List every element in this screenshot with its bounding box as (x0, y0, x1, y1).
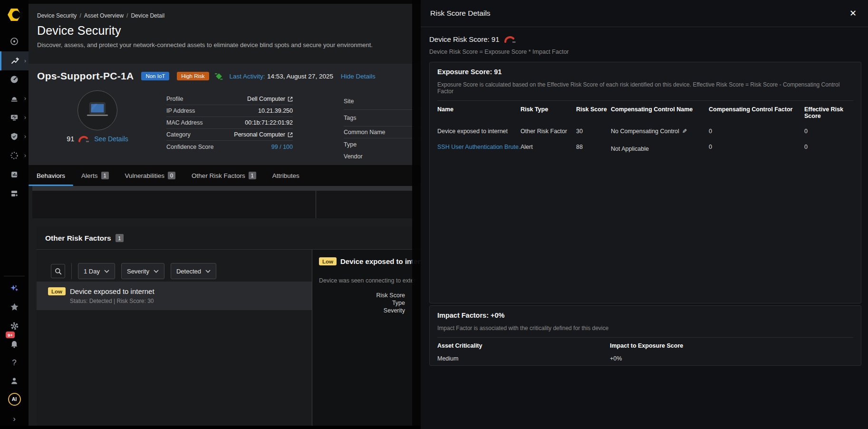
device-risk-score-row: 91 See Details (67, 135, 128, 143)
confidence-score-value[interactable]: 99 / 100 (271, 144, 293, 150)
exposure-score-description: Exposure Score is calculated based on th… (437, 81, 853, 95)
hide-details-link[interactable]: Hide Details (341, 73, 376, 80)
see-details-link[interactable]: See Details (94, 135, 128, 143)
sidebar-item-alerts[interactable]: › (0, 89, 29, 107)
risk-factors-title: Other Risk Factors (45, 234, 111, 243)
sidebar-item-radar[interactable] (0, 32, 29, 50)
chevron-right-icon: › (24, 115, 26, 120)
row-name-link[interactable]: SSH User Authentication Brute... (437, 139, 521, 156)
profile-value[interactable]: Dell Computer (247, 96, 285, 102)
sidebar-item-device-security[interactable]: › (0, 51, 29, 70)
sidebar-item-reports[interactable] (0, 166, 29, 184)
sidebar-item-ai-badge[interactable]: AI (0, 390, 29, 408)
search-icon (55, 268, 62, 275)
breadcrumb-asset-overview[interactable]: Asset Overview (84, 12, 124, 19)
search-button[interactable] (51, 264, 65, 278)
chevron-right-icon: › (24, 96, 26, 101)
row-risk-score: 88 (576, 139, 611, 156)
toolbar-separator (71, 263, 72, 279)
last-activity-value: 14:53, August 27, 2025 (267, 73, 333, 80)
col-effective-score: Effective Risk Score (804, 101, 853, 123)
time-range-dropdown[interactable]: 1 Day (78, 263, 115, 279)
edit-pencil-icon[interactable]: ✎ (682, 128, 687, 135)
ip-address-value: 10.21.39.250 (258, 107, 293, 114)
detail-title: Device exposed to inter (340, 257, 420, 265)
risk-gauge-icon (78, 136, 90, 142)
detail-label-type: Type (376, 299, 405, 307)
col-control-name: Compensating Control Name (611, 101, 709, 123)
row-control-name: Not Applicable (611, 139, 709, 156)
breadcrumb-device-detail[interactable]: Device Detail (131, 12, 164, 19)
breadcrumb-device-security[interactable]: Device Security (37, 12, 77, 19)
chevron-right-icon: › (24, 58, 26, 64)
col-name: Name (437, 101, 521, 123)
impact-factors-title: Impact Factors: +0% (437, 312, 853, 319)
detail-description: Device was seen connecting to exter (319, 277, 421, 284)
risk-factors-count-badge: 1 (249, 172, 256, 179)
panel-divider (316, 191, 316, 218)
sidebar: › › › › › (0, 0, 29, 429)
sidebar-item-favorites[interactable] (0, 298, 29, 316)
field-row-mac: MAC Address 00:1b:71:22:01:92 (166, 117, 293, 129)
risk-factors-toolbar: 1 Day Severity Detected (51, 263, 216, 279)
sidebar-item-help[interactable]: ? (0, 354, 29, 372)
page-subtitle: Discover, assess, and protect your netwo… (37, 41, 373, 49)
detail-label-risk-score: Risk Score (376, 292, 405, 299)
sidebar-item-device-monitor[interactable]: › (0, 108, 29, 127)
impact-factors-description: Impact Factor is associated with the cri… (437, 325, 853, 332)
field-row-type: Type (344, 138, 421, 150)
sidebar-divider (4, 276, 25, 276)
category-value[interactable]: Personal Computer (234, 131, 285, 138)
field-row-tags: Tags (344, 110, 421, 127)
col-asset-criticality: Asset Criticality (437, 338, 610, 352)
external-link-icon[interactable] (288, 132, 293, 137)
tab-attributes[interactable]: Attributes (264, 165, 308, 186)
risk-factor-title: Device exposed to internet (70, 287, 154, 295)
tab-behaviors[interactable]: Behaviors (29, 165, 73, 186)
chevron-right-icon: › (24, 153, 26, 158)
sidebar-item-integrations[interactable] (0, 185, 29, 203)
connection-status-icon (216, 73, 222, 79)
tab-vulnerabilities[interactable]: Vulnerabilities0 (117, 165, 184, 186)
row-name: Device exposed to internet (437, 123, 521, 139)
sidebar-item-ai-assistant[interactable] (0, 280, 29, 298)
main-content: Device Security/Asset Overview/Device De… (29, 0, 421, 429)
field-row-confidence: Confidence Score 99 / 100 (166, 141, 293, 153)
breadcrumb: Device Security/Asset Overview/Device De… (37, 12, 164, 19)
device-fields-left: Profile Dell Computer IP Address 10.21.3… (166, 93, 293, 153)
armis-logo-icon (7, 7, 22, 22)
severity-dropdown[interactable]: Severity (121, 263, 164, 279)
field-row-common-name: Common Name (344, 127, 421, 138)
status-dropdown[interactable]: Detected (171, 263, 216, 279)
chevron-down-icon (154, 270, 159, 273)
device-avatar (77, 90, 117, 130)
horizontal-scrollbar[interactable] (32, 186, 413, 191)
severity-badge: Low (48, 287, 66, 295)
drawer-backdrop[interactable] (412, 0, 421, 429)
drawer-header: Risk Score Details ✕ (421, 0, 868, 27)
sidebar-item-profile[interactable] (0, 372, 29, 390)
sidebar-item-notifications[interactable]: 9+ (0, 335, 29, 353)
close-icon[interactable]: ✕ (849, 9, 857, 18)
sidebar-item-discovery[interactable]: › (0, 146, 29, 165)
sidebar-item-risk-gauge[interactable] (0, 70, 29, 88)
risk-factor-list-item[interactable]: Low Device exposed to internet Status: D… (37, 282, 312, 310)
risk-factor-detail-pane: Low Device exposed to inter Device was s… (312, 250, 421, 429)
row-effective-score: 0 (804, 123, 853, 139)
external-link-icon[interactable] (288, 97, 293, 102)
risk-factors-body: 1 Day Severity Detected Low Device expos… (37, 250, 421, 429)
risk-gauge-icon (504, 36, 517, 43)
behaviors-panel (32, 191, 421, 218)
row-effective-score: 0 (804, 139, 853, 156)
risk-factors-header: Other Risk Factors 1 (37, 227, 421, 250)
sidebar-item-compliance[interactable]: › (0, 127, 29, 146)
top-strip (29, 0, 421, 4)
drawer-title: Risk Score Details (430, 9, 491, 18)
alerts-count-badge: 1 (101, 172, 109, 179)
tab-alerts[interactable]: Alerts1 (73, 165, 117, 186)
tab-other-risk-factors[interactable]: Other Risk Factors1 (183, 165, 264, 186)
risk-score-formula: Device Risk Score = Exposure Score * Imp… (429, 49, 861, 55)
field-row-vendor: Vendor (344, 150, 421, 162)
armis-logo[interactable] (0, 6, 29, 24)
risk-factors-count: 1 (116, 234, 124, 242)
